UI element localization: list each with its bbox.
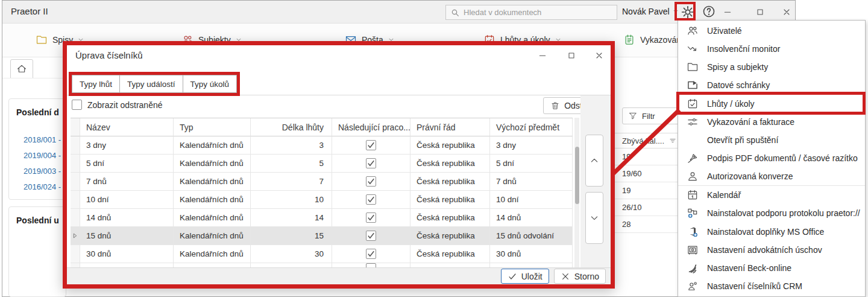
minimize-button[interactable] xyxy=(717,4,738,20)
recent-document-link[interactable]: 2016/024 - xyxy=(24,182,61,191)
row-selector-marker xyxy=(72,232,78,239)
row-checkbox[interactable] xyxy=(366,158,376,168)
background-column-header[interactable]: Zbývá kal.... xyxy=(615,133,685,148)
table-row[interactable]: 14 dnůKalendářních dnů14Česká republika1… xyxy=(71,209,573,227)
row-checkbox[interactable] xyxy=(366,249,376,259)
cancel-button-label: Storno xyxy=(574,272,599,281)
maximize-button[interactable] xyxy=(750,4,770,20)
row-checkbox[interactable] xyxy=(366,194,376,205)
table-row[interactable]: 10 dníKalendářních dnů10Česká republika1… xyxy=(71,191,573,209)
help-button[interactable] xyxy=(702,4,716,19)
show-deleted-row: Zobrazit odstraněné xyxy=(72,100,163,110)
cell-typ: Kalendářních dnů xyxy=(174,155,251,173)
table-header-2[interactable]: Typ xyxy=(174,118,251,136)
settings-gear-button[interactable] xyxy=(680,4,696,20)
tab-typy-lh-t[interactable]: Typy lhůt xyxy=(72,75,120,93)
close-button[interactable] xyxy=(776,4,797,20)
beck-icon xyxy=(687,262,699,274)
table-header-5[interactable]: Právní řád xyxy=(410,118,490,136)
tab-typy-ud-lost-[interactable]: Typy událostí xyxy=(119,75,183,93)
save-button[interactable]: Uložit xyxy=(501,269,549,284)
save-button-label: Uložit xyxy=(521,272,542,281)
menu-item-label: Autorizovaná konverze xyxy=(707,171,793,181)
menu-item-insolven-n-monitor[interactable]: Insolvenční monitor xyxy=(678,40,865,58)
table-header-3[interactable]: Délka lhůty xyxy=(251,118,332,136)
scrollbar-thumb[interactable] xyxy=(575,147,579,204)
menu-item-nainstalovat-dopl-ky-ms-office[interactable]: Nainstalovat doplňky MS Office xyxy=(678,223,865,241)
menu-item-nainstalovat-podporu-protokolu-praetor[interactable]: Nainstalovat podporu protokolu praetor:/… xyxy=(678,204,865,222)
row-checkbox[interactable] xyxy=(366,231,376,241)
user-menu[interactable]: Novák Pavel xyxy=(622,7,679,16)
row-checkbox[interactable] xyxy=(366,212,376,223)
cell-pravni-rad: Česká republika xyxy=(410,191,490,209)
recent-document-link[interactable]: 2019/004 - xyxy=(24,151,61,160)
row-checkbox[interactable] xyxy=(366,140,376,150)
cell-delka-lhuty: 30 xyxy=(251,245,332,263)
menu-item-podpis-pdf-dokument-asov-raz-tko[interactable]: Podpis PDF dokumentů / časové razítko xyxy=(678,149,865,167)
document-search-box[interactable] xyxy=(445,5,617,20)
databox-icon xyxy=(687,79,699,91)
search-input[interactable] xyxy=(464,8,602,17)
dialog-minimize-button[interactable] xyxy=(532,48,553,63)
recent-document-link[interactable]: 2018/001 - xyxy=(24,135,61,144)
menu-item-autorizovan-konverze[interactable]: Autorizovaná konverze xyxy=(678,167,865,185)
dialog-close-button[interactable] xyxy=(589,48,609,63)
table-header-6[interactable]: Výchozí předmět xyxy=(490,118,573,136)
chevron-down-icon xyxy=(590,213,599,223)
menu-item-nastaven-beck-online[interactable]: Nastavení Beck-online xyxy=(678,259,865,277)
cell-vychozi-predmet: 10 dní xyxy=(490,191,573,209)
cell-vychozi-predmet: 14 dnů xyxy=(490,209,573,227)
menu-item-spisy-a-subjekty[interactable]: Spisy a subjekty xyxy=(678,58,865,76)
minimize-icon xyxy=(723,7,732,17)
menu-item-vykazov-n-a-fakturace[interactable]: Vykazování a fakturace xyxy=(678,113,865,131)
menu-item-label: Podpis PDF dokumentů / časové razítko xyxy=(707,153,858,163)
show-deleted-checkbox[interactable] xyxy=(72,100,82,110)
table-header-4[interactable]: Následující praco... xyxy=(332,118,410,136)
tab-typy-kol-[interactable]: Typy úkolů xyxy=(183,75,237,93)
menu-item-u-ivatel[interactable]: Uživatelé xyxy=(678,22,865,40)
cell-vychozi-predmet: 15 dnů odvolání xyxy=(490,227,573,245)
menu-item-nastaven-seln-k-crm[interactable]: Nastavení číselníků CRM xyxy=(678,277,865,295)
recent-document-link[interactable]: 2019/003 - xyxy=(24,167,61,176)
table-row[interactable]: 5 dníKalendářních dnů5Česká republika5 d… xyxy=(71,155,573,173)
tab-home[interactable] xyxy=(10,59,33,78)
table-header-1[interactable]: Název xyxy=(80,118,174,136)
sliders-icon xyxy=(687,116,699,128)
menu-item-lh-ty-koly[interactable]: Lhůty / úkoly xyxy=(678,95,865,113)
cell-typ: Kalendářních dnů xyxy=(174,191,251,209)
background-table-value: 19 xyxy=(615,148,685,165)
minimize-icon xyxy=(538,51,547,60)
maximize-icon xyxy=(567,51,576,60)
menu-item-nastaven-advok-tn-ch-schov[interactable]: Nastavení advokátních úschov xyxy=(678,241,865,259)
menu-item-datov-schr-nky[interactable]: Datové schránky xyxy=(678,76,865,94)
menu-item-otev-t-p-i-spu-t-n[interactable]: Otevřít při spuštění xyxy=(678,131,865,149)
filter-button[interactable]: Filtr xyxy=(622,107,682,124)
folder-icon xyxy=(687,61,699,73)
recent-tasks-title: Poslední u xyxy=(16,216,59,225)
dialog-maximize-button[interactable] xyxy=(561,48,582,63)
row-checkbox[interactable] xyxy=(366,176,376,187)
menu-item-kalend[interactable]: Kalendář xyxy=(678,185,865,204)
table-row[interactable]: 15 dnůKalendářních dnů15Česká republika1… xyxy=(71,227,573,245)
chevron-up-icon xyxy=(590,156,599,165)
move-row-up-button[interactable] xyxy=(585,135,603,187)
table-scrollbar[interactable] xyxy=(574,118,579,267)
table-row[interactable]: 30 dnůKalendářních dnů30Česká republika3… xyxy=(71,245,573,263)
row-indicator xyxy=(71,191,80,209)
cell-typ: Kalendářních dnů xyxy=(174,209,251,227)
checkmark-icon xyxy=(367,159,375,167)
menu-item-label: Otevřít při spuštění xyxy=(707,135,778,145)
table-row[interactable]: 7 dnůKalendářních dnů7Česká republika7 d… xyxy=(71,173,573,191)
move-row-down-button[interactable] xyxy=(585,192,603,244)
msoffice-icon xyxy=(687,226,699,238)
cell-delka-lhuty: 14 xyxy=(251,209,332,227)
cell-nazev: 7 dnů xyxy=(80,173,174,191)
menu-item-label: Lhůty / úkoly xyxy=(707,99,755,109)
menu-item-label: Nainstalovat podporu protokolu praetor:/… xyxy=(707,208,860,218)
cell-nasledujici xyxy=(332,173,410,191)
cancel-button[interactable]: Storno xyxy=(554,269,606,284)
trash-icon xyxy=(550,101,560,110)
cell-nasledujici xyxy=(332,136,410,155)
table-row[interactable]: 3 dnyKalendářních dnů3Česká republika3 d… xyxy=(71,136,573,155)
row-indicator xyxy=(71,209,80,227)
